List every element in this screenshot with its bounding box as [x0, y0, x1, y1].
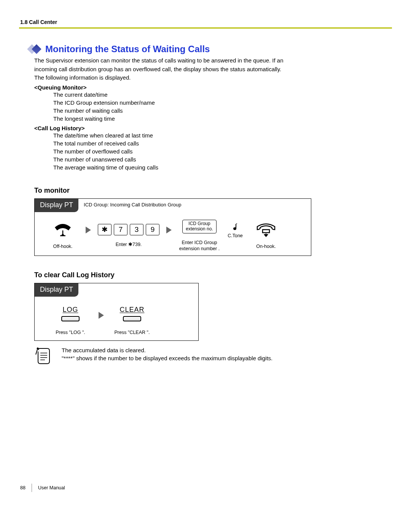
icd-note: ICD Group: Incoming Call Distribution Gr… — [78, 199, 182, 208]
offhook-icon — [53, 222, 73, 237]
ctone-icon: C.Tone — [228, 222, 243, 238]
to-monitor-heading: To monitor — [34, 187, 392, 195]
log-softkey-label: LOG — [62, 306, 78, 314]
diamond-bullets-icon — [29, 46, 40, 53]
arrow-icon — [99, 312, 104, 319]
dial-keys: ✱ 7 3 9 — [98, 224, 159, 235]
softkey-icon — [61, 316, 80, 321]
intro-text: The Supervisor extension can monitor the… — [34, 57, 369, 82]
svg-rect-0 — [263, 230, 269, 233]
arrow-icon — [86, 227, 91, 233]
softkey-icon — [123, 316, 141, 321]
onhook-icon — [255, 222, 277, 237]
queuing-monitor-label: <Queuing Monitor> — [34, 84, 392, 91]
page-header-section: 1.8 Call Center — [19, 19, 392, 27]
to-clear-heading: To clear Call Log History — [34, 271, 392, 279]
to-monitor-diagram: Display PT ICD Group: Incoming Call Dist… — [34, 198, 311, 256]
call-log-list: The date/time when cleared at last time … — [53, 131, 392, 171]
display-pt-badge: Display PT — [35, 283, 78, 297]
note-icon — [34, 346, 53, 365]
note-text: The accumulated data is cleared. "****" … — [62, 346, 272, 362]
to-clear-diagram: Display PT LOG Press "LOG ". CLEAR Press… — [34, 283, 199, 341]
page-footer: 88 User Manual — [19, 484, 65, 492]
section-title: Monitoring the Status of Waiting Calls — [45, 44, 210, 54]
queuing-list: The current date/time The ICD Group exte… — [53, 91, 392, 123]
arrow-icon — [166, 227, 172, 233]
extension-box: ICD Group extension no. — [182, 220, 216, 233]
clear-softkey-label: CLEAR — [119, 306, 144, 314]
display-pt-badge: Display PT — [35, 199, 78, 212]
header-rule — [19, 27, 392, 29]
call-log-history-label: <Call Log History> — [34, 125, 392, 131]
